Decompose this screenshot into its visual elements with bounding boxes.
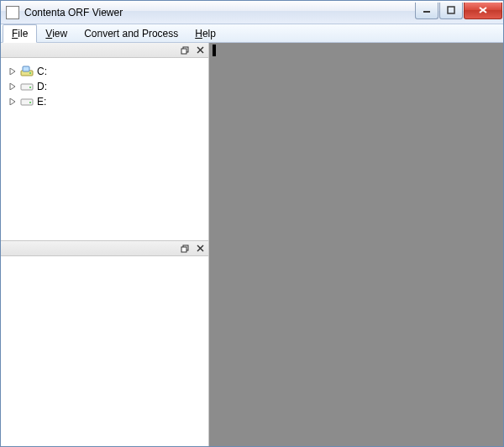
close-panel-button[interactable] — [195, 244, 205, 254]
tree-item-c[interactable]: C: — [5, 64, 204, 79]
window-controls — [414, 3, 503, 19]
undock-button[interactable] — [180, 45, 190, 55]
maximize-button[interactable] — [439, 3, 463, 19]
close-icon — [478, 6, 488, 14]
undock-icon — [181, 245, 189, 253]
chevron-right-icon — [9, 83, 16, 90]
chevron-right-icon — [9, 98, 16, 105]
tree-item-label: E: — [37, 96, 46, 108]
tree-item-label: C: — [37, 66, 47, 77]
svg-rect-14 — [29, 87, 31, 88]
maximize-icon — [447, 6, 455, 14]
drive-tree: C: D: — [2, 59, 207, 114]
expander-icon[interactable] — [8, 67, 17, 76]
tree-item-d[interactable]: D: — [5, 79, 204, 94]
drive-icon — [20, 96, 34, 108]
window-title: Contenta ORF Viewer — [24, 7, 414, 18]
preview-panel-body[interactable] — [1, 256, 208, 446]
menu-convert[interactable]: Convert and Process — [76, 24, 186, 42]
folder-tree-body[interactable]: C: D: — [1, 58, 208, 240]
menu-view-label: View — [45, 28, 67, 39]
folder-tree-panel: C: D: — [1, 43, 208, 240]
svg-marker-15 — [10, 98, 15, 105]
preview-panel — [1, 240, 208, 446]
chevron-right-icon — [9, 68, 16, 75]
svg-rect-0 — [423, 11, 430, 13]
folder-tree-header — [1, 43, 208, 58]
menu-view[interactable]: View — [37, 24, 76, 42]
close-icon — [197, 46, 204, 54]
tree-item-label: D: — [37, 81, 47, 92]
drive-icon — [20, 81, 34, 92]
close-icon — [197, 245, 204, 252]
app-body: C: D: — [1, 43, 503, 446]
svg-rect-11 — [29, 72, 31, 74]
svg-rect-17 — [29, 102, 31, 103]
menu-file[interactable]: File — [3, 24, 37, 43]
minimize-button[interactable] — [415, 3, 438, 19]
preview-panel-header — [1, 241, 208, 256]
close-panel-button[interactable] — [195, 45, 205, 55]
sidebar: C: D: — [1, 43, 209, 446]
svg-rect-19 — [181, 247, 186, 252]
menu-bar: File View Convert and Process Help — [1, 24, 503, 43]
expander-icon[interactable] — [8, 97, 17, 106]
svg-rect-5 — [181, 49, 186, 54]
undock-button[interactable] — [180, 244, 190, 254]
undock-icon — [181, 46, 189, 55]
menu-help[interactable]: Help — [186, 24, 224, 42]
tree-item-e[interactable]: E: — [5, 94, 204, 109]
svg-marker-8 — [10, 68, 15, 75]
svg-rect-10 — [23, 66, 29, 71]
app-window: Contenta ORF Viewer File View Convert — [0, 0, 504, 447]
close-button[interactable] — [464, 3, 502, 19]
minimize-icon — [423, 6, 431, 14]
menu-convert-label: Convert and Process — [84, 28, 178, 39]
caret-marker — [213, 45, 216, 56]
app-icon — [6, 6, 19, 19]
svg-marker-12 — [10, 83, 15, 90]
image-view[interactable] — [209, 43, 503, 446]
drive-system-icon — [20, 66, 34, 77]
menu-file-label: File — [12, 28, 28, 39]
svg-rect-1 — [448, 7, 454, 13]
menu-help-label: Help — [195, 28, 216, 39]
expander-icon[interactable] — [8, 82, 17, 91]
title-bar[interactable]: Contenta ORF Viewer — [1, 1, 503, 24]
